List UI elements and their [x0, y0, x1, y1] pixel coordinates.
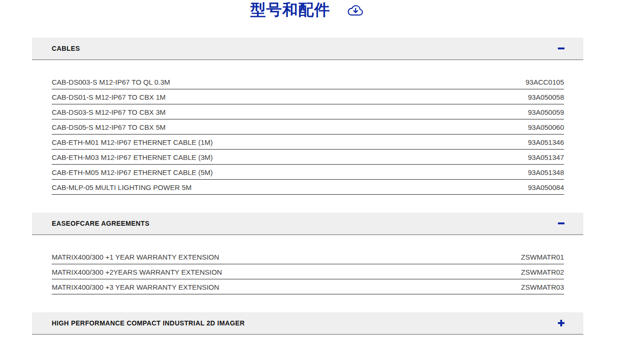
product-name: CAB-DS003-S M12-IP67 TO QL 0.3M	[52, 78, 170, 86]
part-number: 93A050084	[528, 183, 564, 191]
table-row: MATRIX400/300 +2YEARS WARRANTY EXTENSION…	[52, 264, 564, 279]
section-rows: MATRIX400/300 +1 YEAR WARRANTY EXTENSION…	[52, 249, 564, 294]
table-row: MATRIX400/300 +1 YEAR WARRANTY EXTENSION…	[52, 249, 564, 264]
section-title: HIGH PERFORMANCE COMPACT INDUSTRIAL 2D I…	[52, 319, 245, 327]
product-name: CAB-ETH-M01 M12-IP67 ETHERNET CABLE (1M)	[52, 138, 213, 146]
section-header[interactable]: CABLES	[32, 38, 583, 60]
accordion-list: CABLES CAB-DS003-S M12-IP67 TO QL 0.3M 9…	[32, 38, 583, 335]
part-number: 93A051346	[528, 138, 564, 146]
page-header: 型号和配件	[32, 0, 583, 38]
product-name: MATRIX400/300 +1 YEAR WARRANTY EXTENSION	[52, 253, 219, 261]
accordion-section: CABLES CAB-DS003-S M12-IP67 TO QL 0.3M 9…	[32, 38, 583, 195]
part-number: 93A050059	[528, 108, 564, 116]
product-name: CAB-ETH-M03 M12-IP67 ETHERNET CABLE (3M)	[52, 153, 213, 161]
collapse-minus-icon[interactable]	[558, 220, 564, 227]
page-title: 型号和配件	[250, 1, 330, 19]
part-number: 93A050058	[528, 93, 564, 101]
table-row: CAB-ETH-M03 M12-IP67 ETHERNET CABLE (3M)…	[52, 150, 564, 165]
table-row: MATRIX400/300 +3 YEAR WARRANTY EXTENSION…	[52, 279, 564, 294]
product-name: CAB-ETH-M05 M12-IP67 ETHERNET CABLE (5M)	[52, 168, 213, 176]
part-number: 93ACC0105	[525, 78, 564, 86]
product-name: MATRIX400/300 +3 YEAR WARRANTY EXTENSION	[52, 283, 219, 291]
cloud-download-icon[interactable]	[346, 3, 365, 20]
part-number: 93A051347	[528, 153, 564, 161]
product-name: CAB-DS03-S M12-IP67 TO CBX 3M	[52, 108, 166, 116]
part-number: ZSWMATR03	[521, 283, 564, 291]
section-rows: CAB-DS003-S M12-IP67 TO QL 0.3M 93ACC010…	[52, 74, 564, 195]
table-row: CAB-MLP-05 MULTI LIGHTING POWER 5M 93A05…	[52, 180, 564, 195]
table-row: CAB-DS05-S M12-IP67 TO CBX 5M 93A050060	[52, 119, 564, 135]
product-name: CAB-MLP-05 MULTI LIGHTING POWER 5M	[52, 183, 191, 191]
accordion-section: HIGH PERFORMANCE COMPACT INDUSTRIAL 2D I…	[32, 312, 583, 335]
table-row: CAB-DS01-S M12-IP67 TO CBX 1M 93A050058	[52, 89, 564, 104]
accordion-section: EASEOFCARE AGREEMENTS MATRIX400/300 +1 Y…	[32, 213, 583, 294]
part-number: 93A050060	[528, 123, 564, 131]
product-name: CAB-DS01-S M12-IP67 TO CBX 1M	[52, 93, 166, 101]
table-row: CAB-ETH-M01 M12-IP67 ETHERNET CABLE (1M)…	[52, 135, 564, 150]
section-title: CABLES	[52, 45, 80, 52]
part-number: ZSWMATR02	[521, 268, 564, 276]
section-header[interactable]: EASEOFCARE AGREEMENTS	[32, 213, 583, 235]
part-number: 93A051348	[528, 168, 564, 176]
part-number: ZSWMATR01	[521, 253, 564, 261]
section-header[interactable]: HIGH PERFORMANCE COMPACT INDUSTRIAL 2D I…	[32, 312, 583, 335]
product-name: CAB-DS05-S M12-IP67 TO CBX 5M	[52, 123, 166, 131]
section-title: EASEOFCARE AGREEMENTS	[52, 220, 150, 227]
table-row: CAB-DS003-S M12-IP67 TO QL 0.3M 93ACC010…	[52, 74, 564, 89]
collapse-minus-icon[interactable]	[558, 45, 564, 52]
product-name: MATRIX400/300 +2YEARS WARRANTY EXTENSION	[52, 268, 222, 276]
table-row: CAB-ETH-M05 M12-IP67 ETHERNET CABLE (5M)…	[52, 165, 564, 180]
expand-plus-icon[interactable]	[558, 320, 564, 326]
table-row: CAB-DS03-S M12-IP67 TO CBX 3M 93A050059	[52, 104, 564, 119]
